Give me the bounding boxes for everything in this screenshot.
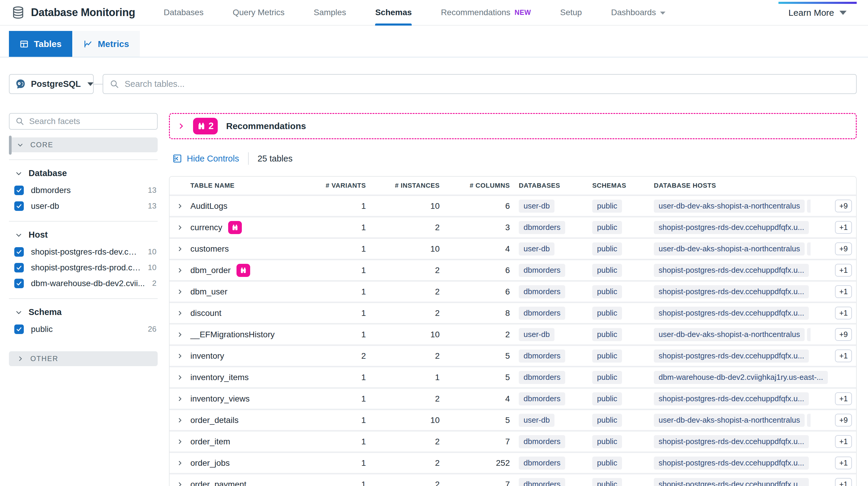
database-pill[interactable]: dbmorders: [519, 457, 565, 469]
schema-pill[interactable]: public: [592, 307, 622, 320]
more-hosts-badge[interactable]: +9: [835, 328, 852, 341]
host-pill[interactable]: user-db-dev-aks-shopist-a-northcentralus: [654, 414, 805, 427]
more-hosts-badge[interactable]: +1: [835, 264, 852, 277]
host-pill[interactable]: shopist-postgres-rds-dev.ccehuppdfqfx.u.…: [654, 307, 809, 320]
checkbox-checked-icon[interactable]: [14, 263, 24, 272]
host-pill[interactable]: shopist-postgres-rds-dev.ccehuppdfqfx.u.…: [654, 264, 809, 277]
checkbox-checked-icon[interactable]: [14, 201, 24, 211]
more-hosts-badge[interactable]: +1: [835, 221, 852, 234]
schema-pill[interactable]: public: [592, 350, 622, 363]
schema-pill[interactable]: public: [592, 285, 622, 298]
schema-pill[interactable]: public: [592, 242, 622, 255]
nav-item-samples[interactable]: Samples: [313, 0, 346, 25]
more-hosts-badge[interactable]: +9: [835, 414, 852, 427]
database-pill[interactable]: user-db: [519, 328, 555, 341]
expand-row-icon[interactable]: [177, 396, 183, 402]
database-pill[interactable]: user-db: [519, 414, 555, 427]
database-pill[interactable]: user-db: [519, 200, 555, 213]
col-database-hosts[interactable]: DATABASE HOSTS: [645, 182, 856, 189]
database-pill[interactable]: dbmorders: [519, 221, 565, 234]
nav-item-setup[interactable]: Setup: [560, 0, 582, 25]
sidebar-scrollbar-thumb[interactable]: [9, 135, 11, 155]
learn-more-button[interactable]: Learn More: [778, 0, 857, 25]
table-name[interactable]: order_payment: [190, 480, 246, 486]
database-pill[interactable]: dbmorders: [519, 264, 565, 277]
more-hosts-badge[interactable]: +1: [835, 285, 852, 298]
facet-checkbox-item[interactable]: shopist-postgres-rds-prod.cc... 10: [9, 260, 158, 275]
more-hosts-badge[interactable]: +9: [835, 242, 852, 255]
col-schemas[interactable]: SCHEMAS: [583, 182, 645, 189]
expand-row-icon[interactable]: [177, 460, 183, 466]
db-engine-selector[interactable]: PostgreSQL: [9, 74, 94, 94]
expand-row-icon[interactable]: [177, 481, 183, 486]
facet-checkbox-item[interactable]: user-db 13: [9, 198, 158, 214]
table-name[interactable]: dbm_user: [190, 287, 227, 297]
expand-row-icon[interactable]: [177, 224, 183, 231]
schema-pill[interactable]: public: [592, 435, 622, 448]
expand-row-icon[interactable]: [177, 203, 183, 209]
database-pill[interactable]: dbmorders: [519, 478, 565, 486]
schema-pill[interactable]: public: [592, 221, 622, 234]
tab-metrics[interactable]: Metrics: [73, 31, 140, 57]
nav-item-schemas[interactable]: Schemas: [375, 0, 412, 25]
checkbox-checked-icon[interactable]: [14, 247, 24, 257]
table-name[interactable]: order_item: [190, 437, 230, 447]
host-pill[interactable]: shopist-postgres-rds-dev.ccehuppdfqfx.u.…: [654, 350, 809, 363]
more-hosts-badge[interactable]: +1: [835, 307, 852, 320]
schema-pill[interactable]: public: [592, 328, 622, 341]
host-pill[interactable]: shopist-postgres-rds-dev.ccehuppdfqfx.u.…: [654, 285, 809, 298]
checkbox-checked-icon[interactable]: [14, 279, 24, 288]
host-pill[interactable]: user-db-dev-aks-shopist-a-northcentralus: [654, 328, 805, 341]
checkbox-checked-icon[interactable]: [14, 186, 24, 195]
more-hosts-badge[interactable]: +1: [835, 478, 852, 486]
table-name[interactable]: currency: [190, 223, 222, 232]
table-search-input[interactable]: [125, 79, 849, 89]
database-pill[interactable]: dbmorders: [519, 392, 565, 405]
more-hosts-badge[interactable]: +1: [835, 350, 852, 362]
checkbox-checked-icon[interactable]: [14, 325, 24, 334]
database-pill[interactable]: dbmorders: [519, 435, 565, 448]
nav-item-dashboards[interactable]: Dashboards: [611, 0, 665, 25]
table-name[interactable]: __EFMigrationsHistory: [190, 330, 275, 339]
more-hosts-badge[interactable]: +1: [835, 392, 852, 405]
host-pill[interactable]: shopist-postgres-rds-dev.ccehuppdfqfx.u.…: [654, 457, 809, 469]
host-pill[interactable]: user-db-dev-aks-shopist-a-northcentralus: [654, 242, 805, 255]
recommendation-binoculars-icon[interactable]: [228, 221, 242, 234]
expand-row-icon[interactable]: [177, 331, 183, 338]
table-name[interactable]: inventory: [190, 351, 224, 361]
table-name[interactable]: inventory_items: [190, 373, 249, 382]
expand-row-icon[interactable]: [177, 288, 183, 295]
expand-row-icon[interactable]: [177, 417, 183, 424]
host-pill[interactable]: dbm-warehouse-db-dev2.cviighkaj1ry.us-ea…: [654, 371, 828, 384]
table-name[interactable]: order_details: [190, 416, 239, 425]
table-name[interactable]: order_jobs: [190, 458, 230, 468]
table-name[interactable]: dbm_order: [190, 266, 230, 275]
host-pill[interactable]: user-db-dev-aks-shopist-a-northcentralus: [654, 200, 805, 213]
table-name[interactable]: inventory_views: [190, 394, 250, 404]
more-hosts-badge[interactable]: +9: [835, 200, 852, 212]
table-name[interactable]: discount: [190, 308, 221, 318]
schema-pill[interactable]: public: [592, 371, 622, 384]
schema-pill[interactable]: public: [592, 478, 622, 486]
nav-item-recommendations[interactable]: Recommendations NEW: [441, 0, 531, 25]
host-pill[interactable]: shopist-postgres-rds-dev.ccehuppdfqfx.u.…: [654, 392, 809, 405]
facet-group-title[interactable]: Schema: [9, 307, 158, 317]
facet-checkbox-item[interactable]: dbm-warehouse-db-dev2.cvii... 2: [9, 275, 158, 291]
col-databases[interactable]: DATABASES: [510, 182, 583, 189]
facet-group-title[interactable]: Database: [9, 168, 158, 178]
schema-pill[interactable]: public: [592, 392, 622, 405]
schema-pill[interactable]: public: [592, 264, 622, 277]
facet-checkbox-item[interactable]: dbmorders 13: [9, 182, 158, 198]
col-instances[interactable]: # INSTANCES: [366, 182, 440, 189]
expand-row-icon[interactable]: [177, 374, 183, 381]
more-hosts-badge[interactable]: +1: [835, 435, 852, 448]
facet-group-title[interactable]: Host: [9, 230, 158, 240]
table-name[interactable]: AuditLogs: [190, 201, 227, 211]
host-pill[interactable]: shopist-postgres-rds-dev.ccehuppdfqfx.u.…: [654, 221, 809, 234]
more-hosts-badge[interactable]: +1: [835, 457, 852, 469]
database-pill[interactable]: dbmorders: [519, 307, 565, 320]
database-pill[interactable]: dbmorders: [519, 350, 565, 363]
expand-row-icon[interactable]: [177, 267, 183, 274]
table-name[interactable]: customers: [190, 244, 229, 254]
nav-item-query-metrics[interactable]: Query Metrics: [232, 0, 284, 25]
